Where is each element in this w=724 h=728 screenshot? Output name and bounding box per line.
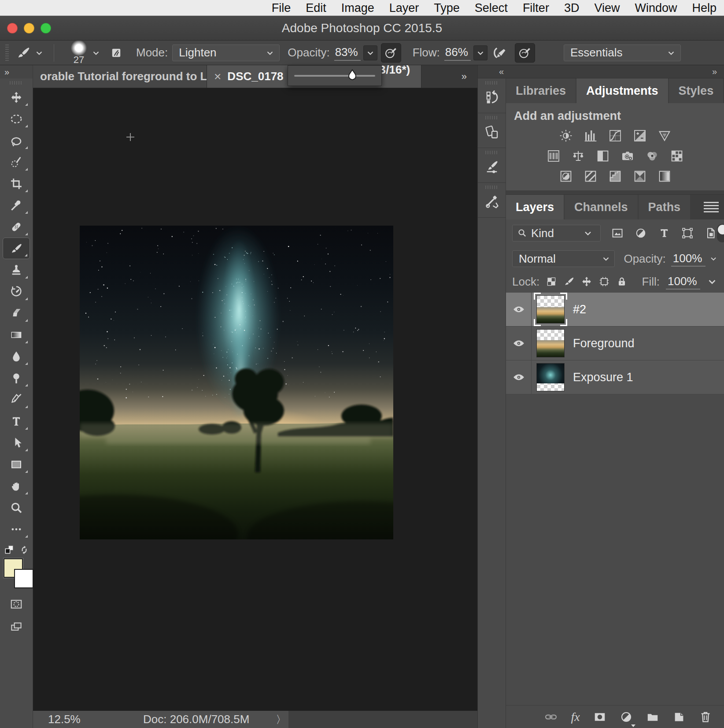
eyedropper-tool[interactable] [3, 194, 30, 216]
menu-filter[interactable]: Filter [515, 0, 557, 16]
layer-thumbnail[interactable] [536, 329, 565, 358]
link-layers-icon[interactable] [544, 710, 558, 724]
brush-settings-panel-button[interactable] [478, 148, 506, 183]
new-layer-icon[interactable] [672, 710, 686, 724]
new-group-icon[interactable] [646, 710, 659, 724]
tab-adjustments[interactable]: Adjustments [576, 78, 668, 103]
black-white-icon[interactable] [594, 149, 612, 163]
levels-icon[interactable] [582, 129, 599, 143]
layer-row-2[interactable]: #2 [506, 293, 724, 327]
layer-row-exposure[interactable]: Exposure 1 [506, 360, 724, 394]
tab-paths[interactable]: Paths [639, 195, 691, 219]
photo-filter-icon[interactable] [619, 149, 636, 163]
lock-position-icon[interactable] [581, 276, 592, 287]
opacity-value[interactable]: 83% [334, 45, 361, 61]
menu-view[interactable]: View [587, 0, 627, 16]
color-balance-icon[interactable] [569, 149, 587, 163]
menu-image[interactable]: Image [334, 0, 382, 16]
default-colors-icon[interactable] [4, 544, 15, 556]
clone-stamp-tool[interactable] [3, 259, 30, 281]
lasso-tool[interactable] [3, 130, 30, 151]
shape-tool[interactable] [3, 453, 30, 475]
lock-all-icon[interactable] [616, 276, 628, 287]
layer-thumbnail[interactable] [536, 363, 565, 392]
filter-pixel-layers-icon[interactable] [611, 227, 624, 239]
vibrance-icon[interactable] [656, 129, 673, 143]
minimize-window-button[interactable] [24, 23, 34, 33]
device-preview-panel-button[interactable] [478, 113, 506, 148]
tab-overflow-button[interactable]: » [462, 65, 477, 88]
exposure-icon[interactable] [631, 129, 649, 143]
zoom-window-button[interactable] [41, 23, 51, 33]
menu-type[interactable]: Type [426, 0, 467, 16]
filter-type-layers-icon[interactable] [658, 227, 670, 239]
workspace-select[interactable]: Essentials [564, 45, 681, 61]
brush-tool-selected[interactable] [3, 238, 30, 259]
curves-icon[interactable] [606, 129, 624, 143]
visibility-cell[interactable] [506, 360, 532, 394]
brightness-contrast-icon[interactable] [557, 129, 575, 143]
visibility-cell[interactable] [506, 293, 532, 326]
status-options-chevron[interactable]: 〉 [276, 713, 286, 727]
new-adjustment-layer-icon[interactable] [620, 710, 633, 724]
history-panel-button[interactable] [478, 78, 506, 113]
quick-mask-button[interactable] [3, 593, 30, 616]
menu-edit[interactable]: Edit [298, 0, 334, 16]
menu-help[interactable]: Help [684, 0, 724, 16]
lock-artboard-icon[interactable] [598, 276, 610, 287]
tab-libraries[interactable]: Libraries [506, 78, 576, 103]
menu-window[interactable]: Window [627, 0, 684, 16]
visibility-cell[interactable] [506, 327, 532, 360]
move-tool[interactable] [3, 86, 30, 108]
filter-shape-layers-icon[interactable] [681, 227, 694, 239]
quick-selection-tool[interactable] [3, 151, 30, 173]
history-brush-tool[interactable] [3, 281, 30, 302]
canvas-area[interactable] [33, 88, 477, 711]
background-color-swatch[interactable] [14, 569, 33, 588]
flow-slider-button[interactable] [473, 45, 488, 60]
edit-toolbar-button[interactable] [3, 518, 30, 540]
opacity-slider-thumb[interactable] [347, 69, 358, 81]
filter-adjustment-layers-icon[interactable] [635, 227, 647, 239]
hand-tool[interactable] [3, 475, 30, 497]
layer-thumbnail[interactable] [536, 295, 565, 324]
crop-tool[interactable] [3, 173, 30, 194]
menu-file[interactable]: File [264, 0, 299, 16]
channel-mixer-icon[interactable] [643, 149, 661, 163]
layer-name[interactable]: Exposure 1 [573, 371, 633, 384]
menu-3d[interactable]: 3D [557, 0, 587, 16]
path-selection-tool[interactable] [3, 432, 30, 453]
layer-name[interactable]: #2 [573, 303, 586, 316]
chevron-down-icon[interactable] [709, 254, 718, 264]
panel-menu-icon[interactable] [704, 202, 719, 212]
tab-styles[interactable]: Styles [669, 78, 724, 103]
dodge-tool[interactable] [3, 367, 30, 389]
dock-expand-icon[interactable]: » [712, 67, 718, 77]
chevron-down-icon[interactable] [706, 276, 718, 287]
flow-value[interactable]: 86% [444, 45, 471, 61]
hue-saturation-icon[interactable] [545, 149, 562, 163]
opacity-slider-track[interactable] [294, 75, 375, 77]
add-layer-mask-icon[interactable] [593, 710, 606, 724]
marquee-tool[interactable] [3, 108, 30, 130]
invert-icon[interactable] [557, 169, 575, 183]
pen-tool[interactable] [3, 389, 30, 410]
gradient-tool[interactable] [3, 324, 30, 345]
close-window-button[interactable] [7, 23, 18, 33]
lock-transparency-icon[interactable] [546, 276, 557, 287]
layer-style-button[interactable]: fx [571, 710, 580, 724]
healing-brush-tool[interactable] [3, 216, 30, 238]
opacity-slider-button[interactable] [363, 45, 377, 60]
layer-row-foreground[interactable]: Foreground [506, 327, 724, 360]
menu-select[interactable]: Select [467, 0, 515, 16]
fill-value[interactable]: 100% [666, 274, 700, 290]
screen-mode-button[interactable] [3, 616, 30, 639]
tool-presets-panel-button[interactable] [478, 183, 506, 218]
tab-channels[interactable]: Channels [565, 195, 638, 219]
gradient-map-icon[interactable] [631, 169, 649, 183]
threshold-icon[interactable] [606, 169, 624, 183]
filter-toggle-switch[interactable] [717, 224, 724, 242]
airbrush-toggle[interactable] [489, 43, 510, 63]
posterize-icon[interactable] [582, 169, 599, 183]
selective-color-icon[interactable] [656, 169, 673, 183]
